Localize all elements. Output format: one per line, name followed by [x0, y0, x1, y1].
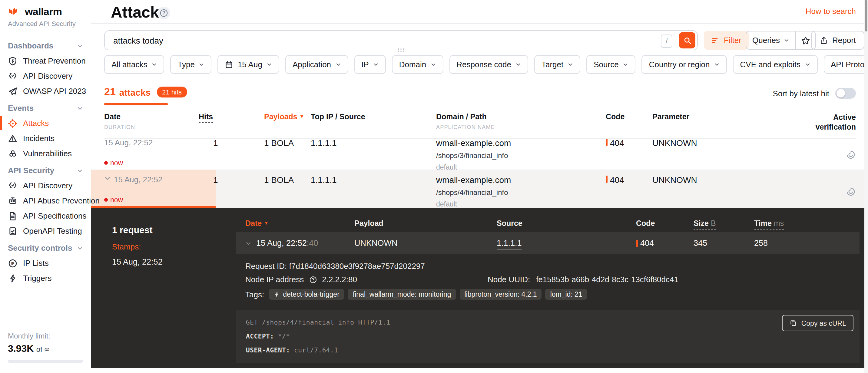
wallarm-logo-icon: [8, 7, 21, 17]
search-button[interactable]: [679, 32, 695, 49]
filter-chip-response-code[interactable]: Response code: [449, 55, 528, 74]
active-verification-icon[interactable]: [845, 175, 856, 208]
source-ip-link[interactable]: 1.1.1.1: [497, 239, 522, 250]
report-button[interactable]: Report: [811, 31, 864, 50]
req-col-date[interactable]: Date ▼: [245, 219, 354, 228]
attack-row[interactable]: 15 Aug, 22:52 now 1 1 BOLA 1.1.1.1 wmall…: [91, 133, 868, 170]
attack-path: /shops/3/financial_info: [436, 151, 606, 160]
sidebar-item-api-discovery[interactable]: API Discovery: [0, 68, 91, 84]
slash-shortcut-badge: /: [661, 34, 672, 48]
col-hits[interactable]: Hits: [199, 113, 264, 132]
brand-name: wallarm: [25, 6, 62, 18]
sidebar: wallarm Advanced API Security Dashboards…: [0, 0, 91, 373]
chevron-down-icon: [267, 62, 272, 67]
req-col-code: Code: [636, 219, 693, 228]
sidebar-item-label: Triggers: [23, 274, 52, 283]
scrollbar-thumb[interactable]: [865, 0, 867, 31]
col-payloads[interactable]: Payloads ▼: [264, 113, 311, 132]
active-verification-icon[interactable]: [845, 138, 856, 171]
request-row[interactable]: 15 Aug, 22:52:40 UNKNOWN 1.1.1.1 404 345…: [236, 232, 860, 254]
attack-duration: now: [104, 196, 199, 203]
sidebar-item-openapi-testing[interactable]: OpenAPI Testing: [0, 223, 91, 239]
sidebar-item-api-discovery[interactable]: API Discovery: [0, 178, 91, 193]
filter-chip-cve-and-exploits[interactable]: CVE and exploits: [733, 55, 817, 74]
sidebar-section-security-controls[interactable]: Security controls: [0, 240, 91, 255]
calendar-icon: [225, 60, 234, 69]
search-input[interactable]: [105, 31, 697, 50]
sidebar-item-triggers[interactable]: Triggers: [0, 271, 91, 286]
queries-button[interactable]: Queries: [746, 31, 795, 49]
sidebar-section-dashboards[interactable]: Dashboards: [0, 38, 91, 53]
sidebar-item-api-specifications[interactable]: API Specifications: [0, 208, 91, 223]
sidebar-item-label: OWASP API 2023: [23, 87, 86, 96]
chevron-down-icon: [430, 62, 436, 67]
monthly-limit-used: 3.93K: [8, 343, 34, 353]
col-domain: Domain / Path APPLICATION NAME: [436, 113, 606, 132]
chevron-down-icon: [567, 62, 573, 67]
filter-chip-api-protocols[interactable]: API Protocols: [824, 55, 868, 74]
filter-chip-application[interactable]: Application: [285, 55, 348, 74]
monthly-limit-total: of ∞: [36, 345, 50, 353]
req-col-size[interactable]: Size B: [693, 219, 754, 228]
attack-top-ip: 1.1.1.1: [311, 138, 436, 171]
help-icon[interactable]: [157, 7, 170, 20]
question-circle-icon[interactable]: [309, 275, 317, 284]
requests-count: 1 request: [112, 225, 163, 235]
chevron-down-icon: [77, 167, 83, 174]
export-icon: [819, 36, 828, 44]
stamps-label: Stamps:: [112, 242, 163, 251]
sidebar-section-events[interactable]: Events: [0, 100, 91, 116]
filter-chip-type[interactable]: Type: [170, 55, 212, 74]
sidebar-item-attacks[interactable]: Attacks: [0, 116, 91, 131]
copy-as-curl-button[interactable]: Copy as cURL: [782, 315, 854, 331]
sidebar-item-label: Attacks: [23, 119, 49, 128]
attacks-count-label: attacks: [119, 87, 151, 97]
filter-chip-source[interactable]: Source: [586, 55, 636, 74]
attack-row[interactable]: 15 Aug, 22:52 now 1 1 BOLA 1.1.1.1 wmall…: [91, 170, 868, 208]
filter-chip-15-aug[interactable]: 15 Aug: [218, 55, 279, 74]
sort-control: Sort by latest hit: [773, 88, 856, 99]
resize-handle-icon[interactable]: [397, 48, 405, 52]
filter-chip-target[interactable]: Target: [534, 55, 580, 74]
filter-chip-country-or-region[interactable]: Country or region: [642, 55, 727, 74]
sidebar-item-ip-lists[interactable]: IP IP Lists: [0, 255, 91, 271]
how-to-search-link[interactable]: How to search: [806, 7, 856, 16]
req-col-time[interactable]: Time ms: [754, 219, 850, 228]
sort-toggle[interactable]: [835, 88, 856, 99]
logo[interactable]: wallarm: [0, 0, 91, 18]
code-status-bar: [636, 240, 638, 247]
filter-button[interactable]: Filter: [704, 31, 749, 50]
http-request-line: USER-AGENT: curl/7.64.1: [246, 345, 850, 355]
sidebar-item-api-abuse-prevention[interactable]: API Abuse Prevention: [0, 193, 91, 208]
sidebar-item-incidents[interactable]: Incidents: [0, 131, 91, 146]
request-time-cell: 258: [754, 239, 850, 248]
chevron-down-icon: [77, 245, 83, 251]
filter-chip-ip[interactable]: IP: [354, 55, 386, 74]
http-request-line: GET /shops/4/financial_info HTTP/1.1: [246, 318, 850, 328]
requests-table-header: Date ▼ Payload Source Code Size B Time m…: [236, 216, 860, 231]
filter-chip-all-attacks[interactable]: All attacks: [104, 55, 164, 74]
header-divider: [91, 23, 868, 24]
sidebar-section-label: API Security: [8, 166, 54, 175]
sidebar-section-api-security[interactable]: API Security: [0, 163, 91, 178]
sidebar-item-owasp-api-2023[interactable]: OWASP API 2023: [0, 84, 91, 99]
report-button-label: Report: [832, 36, 856, 45]
sort-desc-icon: ▼: [300, 114, 304, 119]
filter-chip-domain[interactable]: Domain: [392, 55, 443, 74]
tab-attacks[interactable]: 21 attacks 21 hits: [104, 86, 187, 98]
live-dot-icon: [104, 161, 108, 164]
sidebar-item-threat-prevention[interactable]: Threat Prevention: [0, 53, 91, 68]
attack-code: 404: [606, 175, 652, 208]
chevron-down-icon: [199, 62, 205, 67]
sidebar-item-label: Threat Prevention: [23, 56, 86, 65]
sidebar-item-label: Vulnerabilities: [23, 149, 72, 158]
detail-summary: 1 request Stamps: 15 Aug, 22:52: [112, 225, 163, 267]
filter-chip-label: Domain: [399, 60, 427, 69]
chevron-down-icon[interactable]: [245, 240, 251, 246]
code-status-bar: [606, 176, 608, 183]
chevron-down-icon[interactable]: [104, 175, 111, 182]
attack-domain-cell: wmall-example.com /shops/3/financial_inf…: [436, 138, 606, 171]
sidebar-item-vulnerabilities[interactable]: Vulnerabilities: [0, 146, 91, 161]
sidebar-item-label: OpenAPI Testing: [23, 226, 82, 236]
request-payload-cell: UNKNOWN: [354, 239, 497, 248]
